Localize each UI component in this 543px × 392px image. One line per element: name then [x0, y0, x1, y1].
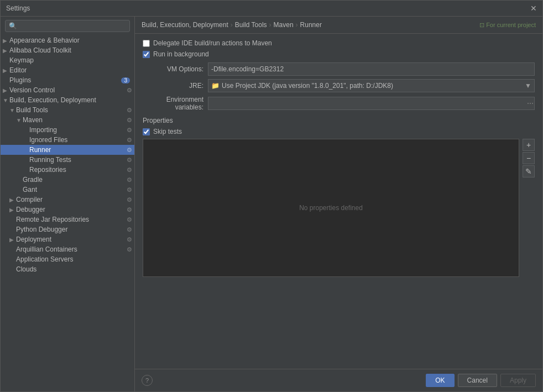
breadcrumb-bar: Build, Execution, Deployment › Build Too… [135, 17, 542, 34]
footer: ? OK Cancel Apply [135, 369, 542, 391]
titlebar: Settings ✕ [1, 1, 542, 17]
gear-icon-ignored-files: ⚙ [127, 137, 132, 144]
tree-label-plugins: Plugins [9, 76, 121, 84]
sidebar-item-build-tools[interactable]: ▼Build Tools⚙ [1, 105, 134, 115]
vm-options-input[interactable] [208, 62, 535, 76]
env-input-wrapper: ⋯ [208, 97, 535, 110]
sidebar-item-ignored-files[interactable]: Ignored Files⚙ [1, 135, 134, 145]
gear-icon-version-control: ⚙ [127, 87, 132, 94]
breadcrumb-part-1: Build Tools [235, 21, 267, 29]
settings-window: Settings ✕ 🔍 ▶Appearance & Behavior▶Alib… [0, 0, 543, 392]
ok-button[interactable]: OK [426, 374, 454, 387]
main-content: 🔍 ▶Appearance & Behavior▶Alibaba Cloud T… [1, 17, 542, 391]
sidebar-item-appearance[interactable]: ▶Appearance & Behavior [1, 35, 134, 45]
sidebar-item-arquillian[interactable]: Arquillian Containers⚙ [1, 244, 134, 254]
tree-label-clouds: Clouds [16, 265, 132, 273]
sidebar-item-importing[interactable]: Importing⚙ [1, 125, 134, 135]
sidebar-item-keymap[interactable]: Keymap [1, 55, 134, 65]
tree-arrow-build-tools: ▼ [9, 107, 16, 113]
for-project-link[interactable]: ⊡ For current project [479, 22, 536, 29]
tree-label-appearance: Appearance & Behavior [9, 36, 132, 44]
run-background-label: Run in background [153, 50, 209, 58]
edit-property-button[interactable]: ✎ [523, 165, 535, 177]
footer-left: ? [142, 375, 153, 386]
remove-property-button[interactable]: − [523, 152, 535, 164]
close-button[interactable]: ✕ [530, 4, 537, 13]
tree-label-deployment: Deployment [16, 236, 124, 243]
tree-arrow-deployment: ▶ [9, 237, 16, 243]
sidebar-item-python-debugger[interactable]: Python Debugger⚙ [1, 224, 134, 234]
tree-label-running-tests: Running Tests [29, 156, 124, 164]
sidebar-item-gant[interactable]: Gant⚙ [1, 185, 134, 195]
jre-dropdown[interactable]: 📁 Use Project JDK (java version "1.8.0_2… [208, 79, 535, 92]
tree-arrow-maven: ▼ [16, 117, 23, 123]
search-input[interactable] [19, 22, 126, 30]
skip-tests-checkbox[interactable] [143, 128, 150, 135]
breadcrumb-part-0: Build, Execution, Deployment [142, 21, 228, 29]
jre-label: JRE: [143, 82, 203, 90]
settings-tree: ▶Appearance & Behavior▶Alibaba Cloud Too… [1, 35, 134, 391]
sidebar-item-plugins[interactable]: Plugins3 [1, 75, 134, 85]
tree-arrow-compiler: ▶ [9, 197, 16, 203]
tree-label-repositories: Repositories [29, 166, 124, 174]
breadcrumb: Build, Execution, Deployment › Build Too… [142, 21, 322, 29]
tree-arrow-build-exec-deploy: ▼ [3, 97, 9, 103]
folder-icon: 📁 [211, 82, 220, 90]
gear-icon-remote-jar: ⚙ [127, 216, 132, 223]
panel-content: Delegate IDE build/run actions to Maven … [135, 34, 542, 369]
sidebar-item-version-control[interactable]: ▶Version Control⚙ [1, 85, 134, 95]
sidebar-item-gradle[interactable]: Gradle⚙ [1, 175, 134, 185]
breadcrumb-sep-1: › [269, 21, 272, 29]
env-edit-button[interactable]: ⋯ [527, 100, 534, 107]
sidebar-item-runner[interactable]: Runner⚙ [1, 145, 134, 155]
gear-icon-gant: ⚙ [127, 186, 132, 194]
sidebar-item-repositories[interactable]: Repositories⚙ [1, 165, 134, 175]
form-grid: VM Options: JRE: 📁 Use Project JDK (java… [143, 62, 535, 111]
tree-label-importing: Importing [29, 126, 124, 134]
run-background-checkbox[interactable] [143, 51, 150, 58]
gear-icon-build-tools: ⚙ [127, 107, 132, 114]
breadcrumb-part-2: Maven [274, 21, 294, 29]
tree-label-arquillian: Arquillian Containers [16, 245, 124, 253]
dropdown-arrow-icon: ▼ [525, 82, 531, 90]
cancel-button[interactable]: Cancel [458, 374, 497, 387]
properties-content: No properties defined + − ✎ [143, 139, 535, 277]
properties-section: Properties Skip tests No properties defi… [143, 117, 535, 277]
search-box[interactable]: 🔍 [5, 20, 130, 32]
tree-label-gant: Gant [23, 186, 124, 194]
sidebar-item-alibaba[interactable]: ▶Alibaba Cloud Toolkit [1, 45, 134, 55]
delegate-checkbox[interactable] [143, 40, 150, 47]
gear-icon-repositories: ⚙ [127, 166, 132, 174]
sidebar-item-compiler[interactable]: ▶Compiler⚙ [1, 195, 134, 205]
tree-arrow-appearance: ▶ [3, 38, 9, 44]
help-button[interactable]: ? [142, 375, 153, 386]
delegate-row: Delegate IDE build/run actions to Maven [143, 39, 535, 47]
sidebar-item-build-exec-deploy[interactable]: ▼Build, Execution, Deployment [1, 95, 134, 105]
sidebar-item-remote-jar[interactable]: Remote Jar Repositories⚙ [1, 215, 134, 224]
tree-label-ignored-files: Ignored Files [29, 136, 124, 144]
tree-arrow-editor: ▶ [3, 67, 9, 74]
gear-icon-debugger: ⚙ [127, 206, 132, 213]
sidebar-item-deployment[interactable]: ▶Deployment⚙ [1, 234, 134, 244]
gear-icon-compiler: ⚙ [127, 196, 132, 203]
env-input[interactable] [208, 97, 535, 110]
delegate-label: Delegate IDE build/run actions to Maven [153, 39, 272, 47]
tree-label-app-servers: Application Servers [16, 255, 132, 263]
skip-tests-row: Skip tests [143, 128, 535, 135]
sidebar-item-app-servers[interactable]: Application Servers [1, 254, 134, 264]
tree-label-remote-jar: Remote Jar Repositories [16, 216, 124, 223]
sidebar-item-clouds[interactable]: Clouds [1, 264, 134, 274]
tree-label-version-control: Version Control [9, 86, 124, 94]
gear-icon-python-debugger: ⚙ [127, 226, 132, 233]
sidebar-item-editor[interactable]: ▶Editor [1, 65, 134, 75]
add-property-button[interactable]: + [523, 139, 535, 151]
breadcrumb-sep-2: › [296, 21, 298, 29]
sidebar-item-running-tests[interactable]: Running Tests⚙ [1, 155, 134, 165]
sidebar-item-debugger[interactable]: ▶Debugger⚙ [1, 205, 134, 215]
sidebar-item-maven[interactable]: ▼Maven⚙ [1, 115, 134, 125]
apply-button[interactable]: Apply [500, 374, 536, 387]
tree-label-keymap: Keymap [9, 56, 132, 64]
tree-label-editor: Editor [9, 66, 132, 74]
search-icon: 🔍 [9, 22, 17, 30]
gear-icon-importing: ⚙ [127, 127, 132, 134]
